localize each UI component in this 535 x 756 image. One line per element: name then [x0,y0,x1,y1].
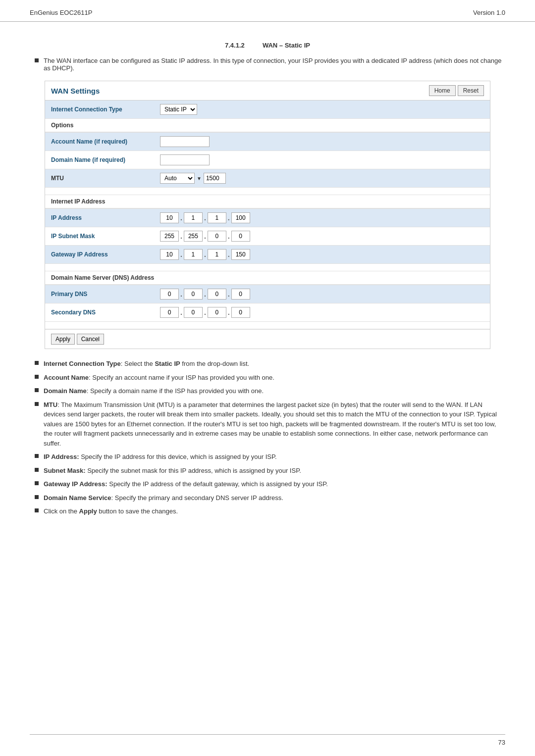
subnet-octet-2[interactable] [184,231,203,242]
bullet-list: Internet Connection Type: Select the Sta… [30,359,505,516]
primary-dns-octet-1[interactable] [160,289,179,300]
subnet-dot-3: . [228,232,230,240]
mtu-input[interactable] [204,173,226,184]
secondary-dns-octet-2[interactable] [184,307,203,318]
ip-octet-4[interactable] [231,212,250,223]
pdns-dot-3: . [228,290,230,298]
bullet-item-7: Gateway IP Address: Specify the IP addre… [35,479,505,489]
bullet-item-9: Click on the Apply button to save the ch… [35,506,505,516]
wan-settings-panel: WAN Settings Home Reset Internet Connect… [45,81,490,349]
primary-dns-value: . . . [154,285,490,303]
primary-dns-octet-2[interactable] [184,289,203,300]
wan-panel-title: WAN Settings [51,87,100,95]
bullet-text-4: MTU: The Maximum Transmission Unit (MTU)… [44,400,505,449]
wan-panel-header: WAN Settings Home Reset [45,81,490,101]
bullet-text-9: Click on the Apply button to save the ch… [44,506,178,516]
cancel-button[interactable]: Cancel [77,334,104,345]
subnet-dot-2: . [204,232,206,240]
bullet-text-3: Domain Name: Specify a domain name if th… [44,386,264,396]
page-number: 73 [498,739,505,746]
gateway-dot-3: . [228,251,230,258]
section-number: 7.4.1.2 [225,42,245,49]
action-row: Apply Cancel [45,330,490,349]
ip-dot-3: . [228,214,230,222]
gateway-ip-label: Gateway IP Address [45,246,154,264]
home-button[interactable]: Home [429,85,456,96]
apply-button[interactable]: Apply [51,334,75,345]
connection-type-row: Internet Connection Type Static IP DHCP … [45,101,490,119]
options-header-row: Options [45,119,490,132]
mtu-row: MTU Auto Manual ▼ [45,169,490,188]
account-name-value [154,133,490,151]
mtu-group: Auto Manual ▼ [160,173,484,184]
ip-dot-1: . [180,214,182,222]
intro-paragraph: The WAN interface can be configured as S… [30,57,505,72]
gateway-ip-row: Gateway IP Address . . . [45,246,490,264]
ip-address-group: . . . [160,212,484,223]
ip-octet-2[interactable] [184,212,203,223]
section-title: 7.4.1.2 WAN – Static IP [30,42,505,49]
subnet-mask-value: . . . [154,227,490,246]
primary-dns-row: Primary DNS . . . [45,285,490,303]
gateway-octet-4[interactable] [231,249,250,260]
internet-ip-header-row: Internet IP Address [45,195,490,208]
bullet-item-6: Subnet Mask: Specify the subnet mask for… [35,466,505,476]
ip-address-row: IP Address . . . [45,209,490,227]
bullet-icon-9 [35,508,39,512]
gateway-dot-2: . [204,251,206,258]
mtu-select[interactable]: Auto Manual [160,173,195,184]
bullet-item-5: IP Address: Specify the IP address for t… [35,452,505,462]
gateway-octet-1[interactable] [160,249,179,260]
secondary-dns-octet-3[interactable] [208,307,226,318]
primary-dns-octet-4[interactable] [231,289,250,300]
internet-ip-label: Internet IP Address [51,198,105,205]
secondary-dns-octet-4[interactable] [231,307,250,318]
section-heading: WAN – Static IP [263,42,310,49]
gateway-octet-2[interactable] [184,249,203,260]
bullet-icon-2 [35,375,39,379]
bullet-text-5: IP Address: Specify the IP address for t… [44,452,277,462]
bullet-icon-7 [35,481,39,485]
domain-name-input[interactable] [160,154,210,165]
wan-table: Internet Connection Type Static IP DHCP … [45,101,490,349]
gateway-ip-group: . . . [160,249,484,260]
secondary-dns-group: . . . [160,307,484,318]
bullet-text-8: Domain Name Service: Specify the primary… [44,493,283,503]
dns-section-label: Domain Name Server (DNS) Address [51,274,154,281]
bullet-text-6: Subnet Mask: Specify the subnet mask for… [44,466,301,476]
ip-dot-2: . [204,214,206,222]
subnet-octet-1[interactable] [160,231,179,242]
reset-button[interactable]: Reset [458,85,484,96]
bullet-text-1: Internet Connection Type: Select the Sta… [44,359,249,369]
spacer-2 [45,264,490,271]
connection-type-label: Internet Connection Type [45,101,154,119]
subnet-dot-1: . [180,232,182,240]
mtu-value: Auto Manual ▼ [154,169,490,188]
page-footer: 73 [30,734,505,746]
bullet-text-7: Gateway IP Address: Specify the IP addre… [44,479,328,489]
primary-dns-octet-3[interactable] [208,289,226,300]
ip-octet-1[interactable] [160,212,179,223]
secondary-dns-octet-1[interactable] [160,307,179,318]
gateway-ip-value: . . . [154,246,490,264]
header-left: EnGenius EOC2611P [30,9,92,16]
primary-dns-label: Primary DNS [45,285,154,303]
bullet-icon-5 [35,454,39,458]
primary-dns-group: . . . [160,289,484,300]
connection-type-select[interactable]: Static IP DHCP PPPoE [160,104,197,115]
account-name-input[interactable] [160,136,210,147]
mtu-label: MTU [45,169,154,188]
account-name-label: Account Name (if required) [45,133,154,151]
gateway-octet-3[interactable] [208,249,226,260]
bullet-icon [35,58,39,62]
mtu-arrow-icon: ▼ [197,176,202,181]
header-right: Version 1.0 [473,9,505,16]
ip-octet-3[interactable] [208,212,226,223]
subnet-octet-3[interactable] [208,231,226,242]
subnet-octet-4[interactable] [231,231,250,242]
bullet-icon-1 [35,361,39,365]
secondary-dns-row: Secondary DNS . . . [45,303,490,322]
gateway-dot-1: . [180,251,182,258]
connection-type-value: Static IP DHCP PPPoE [154,101,490,119]
bullet-item-8: Domain Name Service: Specify the primary… [35,493,505,503]
